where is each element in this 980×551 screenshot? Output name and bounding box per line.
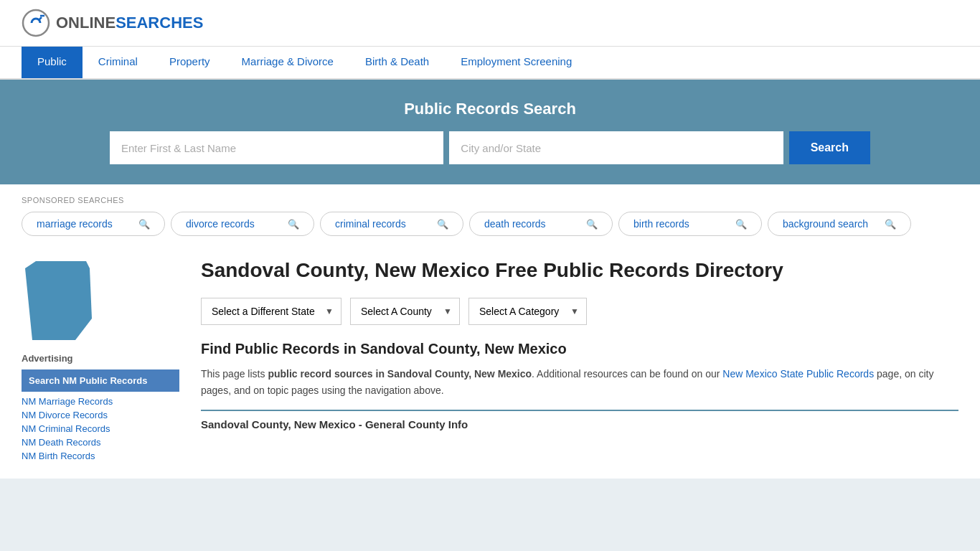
state-dropdown[interactable]: Select a Different State <box>202 298 341 324</box>
state-map-image <box>22 258 100 344</box>
nav-item-marriage-divorce[interactable]: Marriage & Divorce <box>226 47 349 78</box>
search-icon-0: 🔍 <box>138 219 150 230</box>
dropdown-row: Select a Different State ▼ Select A Coun… <box>201 298 958 325</box>
pill-label: birth records <box>633 218 689 230</box>
general-info-header: Sandoval County, New Mexico - General Co… <box>201 410 958 430</box>
logo-online-text: ONLINE <box>56 14 116 32</box>
pill-label: background search <box>783 218 868 230</box>
sidebar-link-criminal[interactable]: NM Criminal Records <box>22 423 179 434</box>
sidebar-link-birth[interactable]: NM Birth Records <box>22 451 179 461</box>
county-dropdown-wrapper: Select A County ▼ <box>350 298 460 325</box>
svg-point-0 <box>23 10 49 36</box>
page-title: Sandoval County, New Mexico Free Public … <box>201 258 958 283</box>
logo-icon <box>22 9 50 37</box>
find-title: Find Public Records in Sandoval County, … <box>201 341 958 357</box>
nav-item-public[interactable]: Public <box>22 47 83 78</box>
svg-marker-3 <box>25 261 92 340</box>
find-desc-part2: . Additional resources can be found on o… <box>532 368 722 380</box>
main-nav: Public Criminal Property Marriage & Divo… <box>0 47 980 80</box>
search-icon-2: 🔍 <box>437 219 448 230</box>
category-dropdown-wrapper: Select A Category ▼ <box>468 298 587 325</box>
search-icon-3: 🔍 <box>586 219 598 230</box>
search-banner-title: Public Records Search <box>22 100 958 118</box>
pill-birth-records[interactable]: birth records 🔍 <box>618 212 762 236</box>
nav-item-employment[interactable]: Employment Screening <box>445 47 588 78</box>
find-desc-link[interactable]: New Mexico State Public Records <box>722 368 874 380</box>
advertising-label: Advertising <box>22 353 179 364</box>
search-pills: marriage records 🔍 divorce records 🔍 cri… <box>22 212 958 236</box>
nav-item-criminal[interactable]: Criminal <box>83 47 154 78</box>
pill-label: death records <box>484 218 546 230</box>
find-desc-bold: public record sources in Sandoval County… <box>268 368 532 380</box>
search-icon-1: 🔍 <box>288 219 299 230</box>
sidebar-link-death[interactable]: NM Death Records <box>22 437 179 448</box>
find-desc-part1: This page lists <box>201 368 268 380</box>
sidebar: Advertising Search NM Public Records NM … <box>22 258 179 464</box>
search-banner: Public Records Search Search <box>0 80 980 184</box>
find-description: This page lists public record sources in… <box>201 366 958 398</box>
search-icon-4: 🔍 <box>735 219 747 230</box>
sponsored-label: SPONSORED SEARCHES <box>22 196 958 204</box>
sidebar-link-divorce[interactable]: NM Divorce Records <box>22 410 179 420</box>
sponsored-section: SPONSORED SEARCHES marriage records 🔍 di… <box>0 184 980 243</box>
pill-criminal-records[interactable]: criminal records 🔍 <box>320 212 463 236</box>
pill-death-records[interactable]: death records 🔍 <box>469 212 613 236</box>
content-row: Advertising Search NM Public Records NM … <box>0 243 980 479</box>
logo[interactable]: ONLINESEARCHES <box>22 9 203 37</box>
pill-label: divorce records <box>186 218 255 230</box>
pill-marriage-records[interactable]: marriage records 🔍 <box>22 212 165 236</box>
svg-line-1 <box>39 17 42 20</box>
sidebar-link-marriage[interactable]: NM Marriage Records <box>22 396 179 407</box>
site-header: ONLINESEARCHES <box>0 0 980 47</box>
main-content: Sandoval County, New Mexico Free Public … <box>179 258 958 464</box>
nav-item-birth-death[interactable]: Birth & Death <box>349 47 445 78</box>
location-input[interactable] <box>449 131 783 164</box>
pill-label: criminal records <box>335 218 406 230</box>
search-button[interactable]: Search <box>789 131 870 164</box>
pill-label: marriage records <box>37 218 113 230</box>
main-wrapper: SPONSORED SEARCHES marriage records 🔍 di… <box>0 184 980 479</box>
logo-searches-text: SEARCHES <box>116 14 203 32</box>
search-icon-5: 🔍 <box>885 219 896 230</box>
county-dropdown[interactable]: Select A County <box>351 298 459 324</box>
category-dropdown[interactable]: Select A Category <box>469 298 586 324</box>
pill-background-search[interactable]: background search 🔍 <box>768 212 911 236</box>
pill-divorce-records[interactable]: divorce records 🔍 <box>171 212 314 236</box>
name-input[interactable] <box>110 131 443 164</box>
search-form: Search <box>110 131 870 164</box>
state-dropdown-wrapper: Select a Different State ▼ <box>201 298 341 325</box>
nav-item-property[interactable]: Property <box>154 47 226 78</box>
ad-box[interactable]: Search NM Public Records <box>22 369 179 392</box>
